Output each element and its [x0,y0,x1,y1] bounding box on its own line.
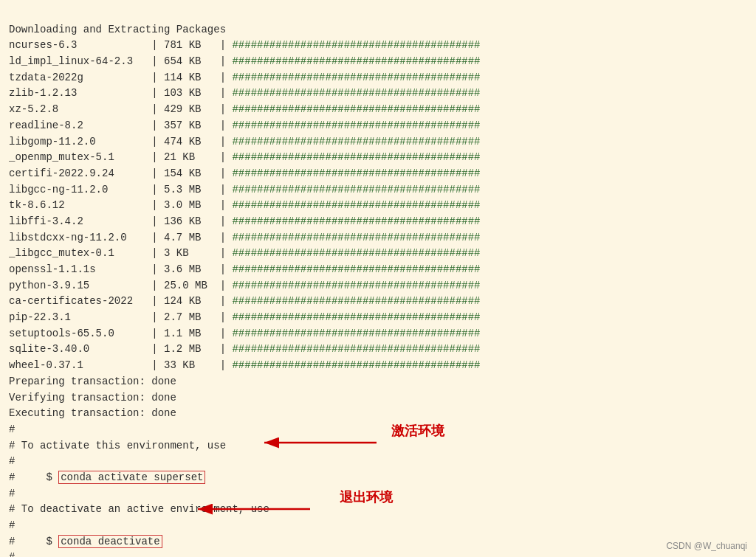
deactivate-cmd-box: conda deactivate [58,535,162,548]
comment-1: # [9,423,15,435]
pkg-libgcc: libgcc-ng-11.2.0 | 5.3 MB | ############… [9,184,481,196]
deactivate-arrow [192,500,354,522]
comment-4: # [9,519,15,531]
pkg-libstdcxx: libstdcxx-ng-11.2.0 | 4.7 MB | #########… [9,232,481,243]
heading-line: Downloading and Extracting Packages [9,24,226,35]
pkg-certifi: certifi-2022.9.24 | 154 KB | ###########… [9,167,481,179]
pkg-openssl: openssl-1.1.1s | 3.6 MB | ##############… [9,263,481,275]
pkg-ca-certs: ca-certificates-2022 | 124 KB | ########… [9,295,481,307]
pkg-libffi: libffi-3.4.2 | 136 KB | ################… [9,215,481,227]
pkg-ncurses: ncurses-6.3 | 781 KB | #################… [9,39,481,51]
terminal-output: Downloading and Extracting Packages ncur… [9,22,747,557]
comment-activate-header: # To activate this environment, use [9,440,226,452]
pkg-xz: xz-5.2.8 | 429 KB | ####################… [9,103,481,115]
status-executing: Executing transaction: done [9,407,176,419]
pkg-pip: pip-22.3.1 | 2.7 MB | ##################… [9,311,481,323]
comment-3: # [9,488,15,499]
pkg-openmp-mutex: _openmp_mutex-5.1 | 21 KB | ############… [9,151,481,163]
pkg-tk: tk-8.6.12 | 3.0 MB | ###################… [9,199,481,211]
activate-arrow [258,434,406,456]
pkg-sqlite: sqlite-3.40.0 | 1.2 MB | ###############… [9,343,481,355]
pkg-tzdata: tzdata-2022g | 114 KB | ################… [9,72,481,83]
activate-label: 激活环境 [391,422,444,440]
pkg-libgcc-mutex: _libgcc_mutex-0.1 | 3 KB | #############… [9,247,481,259]
watermark: CSDN @W_chuanqi [666,541,747,551]
comment-activate-cmd: # $ conda activate superset [9,471,205,484]
pkg-ld-impl: ld_impl_linux-64-2.3 | 654 KB | ########… [9,55,481,67]
pkg-setuptools: setuptools-65.5.0 | 1.1 MB | ###########… [9,328,481,339]
pkg-libgomp: libgomp-11.2.0 | 474 KB | ##############… [9,136,481,148]
terminal-window: Downloading and Extracting Packages ncur… [0,0,756,557]
status-preparing: Preparing transaction: done [9,376,176,387]
activate-cmd-box: conda activate superset [58,471,205,484]
pkg-wheel: wheel-0.37.1 | 33 KB | #################… [9,359,481,371]
comment-2: # [9,455,15,467]
deactivate-label: 退出环境 [340,488,393,506]
pkg-zlib: zlib-1.2.13 | 103 KB | #################… [9,87,481,99]
comment-deactivate-cmd: # $ conda deactivate [9,535,162,548]
comment-5: # [9,551,15,557]
pkg-python: python-3.9.15 | 25.0 MB | ##############… [9,280,481,291]
pkg-readline: readline-8.2 | 357 KB | ################… [9,120,481,131]
status-verifying: Verifying transaction: done [9,392,176,404]
